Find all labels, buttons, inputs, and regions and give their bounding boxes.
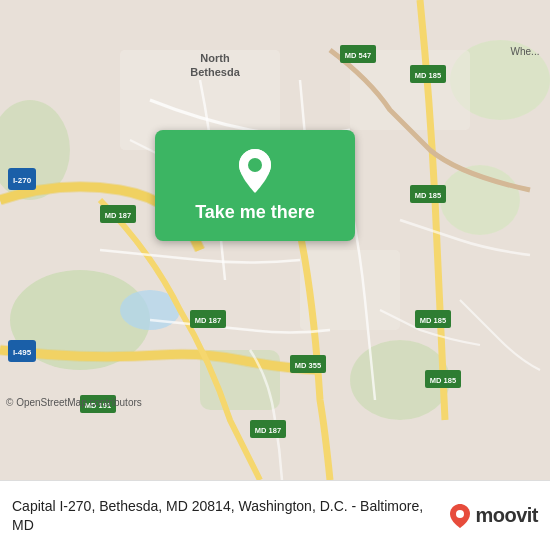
svg-text:MD 185: MD 185 — [415, 71, 441, 80]
svg-text:Whe...: Whe... — [511, 46, 540, 57]
take-me-there-button[interactable]: Take me there — [155, 130, 355, 241]
svg-text:MD 187: MD 187 — [195, 316, 221, 325]
svg-text:I-270: I-270 — [13, 176, 32, 185]
svg-text:North: North — [200, 52, 230, 64]
moovit-pin-icon — [449, 503, 471, 529]
cta-button-container: Take me there — [155, 130, 355, 241]
cta-button-label: Take me there — [195, 202, 315, 223]
map-container: I-270 I-495 MD 185 MD 185 MD 185 MD 185 … — [0, 0, 550, 480]
svg-text:MD 187: MD 187 — [255, 426, 281, 435]
svg-point-40 — [456, 510, 464, 518]
moovit-logo-text: moovit — [475, 504, 538, 527]
svg-text:MD 547: MD 547 — [345, 51, 371, 60]
svg-text:MD 355: MD 355 — [295, 361, 321, 370]
location-pin-icon — [236, 148, 274, 194]
copyright-text: © OpenStreetMap contributors — [6, 397, 142, 408]
address-text: Capital I-270, Bethesda, MD 20814, Washi… — [12, 497, 441, 533]
bottom-bar: Capital I-270, Bethesda, MD 20814, Washi… — [0, 480, 550, 550]
svg-point-39 — [248, 158, 262, 172]
svg-text:I-495: I-495 — [13, 348, 32, 357]
moovit-logo: moovit — [449, 503, 538, 529]
svg-text:MD 187: MD 187 — [105, 211, 131, 220]
svg-text:MD 185: MD 185 — [420, 316, 446, 325]
svg-text:MD 185: MD 185 — [430, 376, 456, 385]
svg-text:MD 185: MD 185 — [415, 191, 441, 200]
svg-text:Bethesda: Bethesda — [190, 66, 240, 78]
